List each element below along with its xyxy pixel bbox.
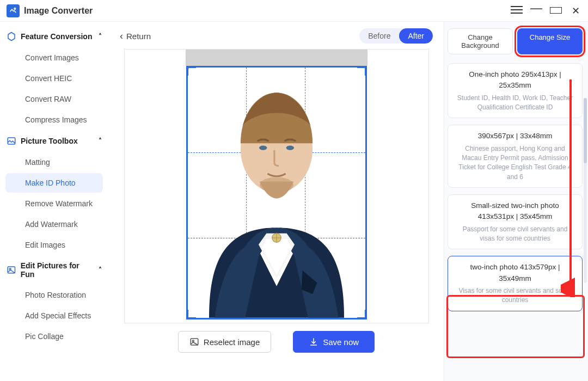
- action-bar: Reselect image Save now: [120, 331, 433, 353]
- minimize-icon[interactable]: —: [530, 1, 542, 15]
- sidebar-item-matting[interactable]: Matting: [5, 152, 103, 172]
- chevron-left-icon: ‹: [120, 31, 123, 41]
- crop-handle-br[interactable]: [357, 310, 367, 319]
- hexagon-icon: [7, 32, 16, 41]
- sidebar-item-pic-collage[interactable]: Pic Collage: [5, 327, 103, 346]
- size-option-selected[interactable]: two-inch photo 413x579px | 35x49mm Visas…: [448, 256, 583, 311]
- right-panel: Change Background Change Size One-inch p…: [444, 22, 588, 381]
- scrollbar[interactable]: [584, 98, 587, 283]
- sidebar-item-add-special-effects[interactable]: Add Special Effects: [5, 306, 103, 325]
- main-canvas-area: ‹ Return Before After: [109, 22, 444, 381]
- sidebar: Feature Conversion ˄ Convert Images Conv…: [0, 22, 109, 381]
- scrollbar-thumb[interactable]: [584, 98, 587, 163]
- option-desc: Student ID, Health ID, Work ID, Teacher …: [455, 94, 575, 113]
- sidebar-item-edit-images[interactable]: Edit Images: [5, 235, 103, 255]
- option-title: One-inch photo 295x413px | 25x35mm: [455, 69, 575, 91]
- return-label: Return: [126, 32, 151, 41]
- app-title: Image Converter: [24, 6, 93, 16]
- chevron-up-icon: ˄: [99, 33, 102, 40]
- reselect-image-button[interactable]: Reselect image: [178, 331, 271, 353]
- save-label: Save now: [323, 337, 359, 347]
- option-desc: Passport for some civil servants and vis…: [455, 225, 575, 244]
- sidebar-item-convert-images[interactable]: Convert Images: [5, 48, 103, 67]
- download-icon: [309, 337, 318, 347]
- toggle-after[interactable]: After: [399, 28, 433, 44]
- size-option[interactable]: 390x567px | 33x48mm Chinese passport, Ho…: [448, 125, 583, 188]
- svg-point-5: [259, 146, 266, 150]
- save-now-button[interactable]: Save now: [293, 331, 375, 353]
- sidebar-section-edit-fun[interactable]: Edit Pictures for Fun ˄: [2, 256, 106, 284]
- sidebar-section-label: Picture Toolbox: [21, 137, 78, 145]
- reselect-label: Reselect image: [204, 337, 260, 347]
- before-after-toggle: Before After: [359, 28, 433, 44]
- svg-point-10: [192, 340, 194, 342]
- titlebar: Image Converter — ✕: [0, 0, 588, 22]
- svg-point-6: [286, 146, 293, 150]
- portrait-image: [192, 70, 361, 318]
- picture-icon: [7, 136, 16, 146]
- crop-handle-tr[interactable]: [357, 66, 367, 76]
- change-background-button[interactable]: Change Background: [448, 28, 513, 54]
- app-logo-icon: [7, 4, 20, 17]
- sidebar-item-make-id-photo[interactable]: Make ID Photo: [5, 173, 103, 193]
- size-option[interactable]: One-inch photo 295x413px | 25x35mm Stude…: [448, 63, 583, 118]
- change-size-label: Change Size: [530, 33, 570, 41]
- crop-handle-tl[interactable]: [186, 66, 196, 76]
- sidebar-item-remove-watermark[interactable]: Remove Watermark: [5, 194, 103, 213]
- option-desc: Chinese passport, Hong Kong and Macau En…: [455, 144, 575, 182]
- toggle-before[interactable]: Before: [359, 28, 399, 44]
- change-bg-label: Change Background: [461, 33, 499, 50]
- sidebar-item-photo-restoration[interactable]: Photo Restoration: [5, 285, 103, 305]
- option-title: 390x567px | 33x48mm: [455, 131, 575, 142]
- sidebar-item-add-watermark[interactable]: Add Watermark: [5, 214, 103, 234]
- sidebar-section-label: Edit Pictures for Fun: [21, 261, 94, 279]
- size-option[interactable]: Small-sized two-inch photo 413x531px | 3…: [448, 194, 583, 249]
- menu-icon[interactable]: [511, 6, 523, 16]
- option-title: two-inch photo 413x579px | 35x49mm: [455, 262, 575, 284]
- sidebar-section-feature-conversion[interactable]: Feature Conversion ˄: [2, 26, 106, 47]
- option-title: Small-sized two-inch photo 413x531px | 3…: [455, 200, 575, 223]
- canvas-host: [124, 49, 429, 323]
- change-size-button[interactable]: Change Size: [517, 28, 583, 54]
- close-icon[interactable]: ✕: [569, 5, 581, 17]
- sidebar-item-convert-raw[interactable]: Convert RAW: [5, 89, 103, 109]
- option-desc: Visas for some civil servants and some c…: [455, 286, 575, 305]
- sidebar-section-picture-toolbox[interactable]: Picture Toolbox ˄: [2, 131, 106, 151]
- size-option-list: One-inch photo 295x413px | 25x35mm Stude…: [448, 63, 583, 311]
- chevron-up-icon: ˄: [99, 266, 102, 274]
- return-link[interactable]: ‹ Return: [120, 31, 151, 41]
- sidebar-item-convert-heic[interactable]: Convert HEIC: [5, 69, 103, 88]
- canvas-margin: [186, 50, 367, 66]
- maximize-icon[interactable]: [550, 6, 562, 16]
- crop-handle-bl[interactable]: [186, 310, 196, 319]
- crop-frame[interactable]: [186, 66, 367, 319]
- chevron-up-icon: ˄: [99, 137, 102, 145]
- sidebar-section-label: Feature Conversion: [21, 32, 92, 41]
- picture-icon: [7, 265, 16, 275]
- svg-point-0: [14, 8, 16, 9]
- image-icon: [189, 337, 199, 347]
- sidebar-item-compress-images[interactable]: Compress Images: [5, 110, 103, 130]
